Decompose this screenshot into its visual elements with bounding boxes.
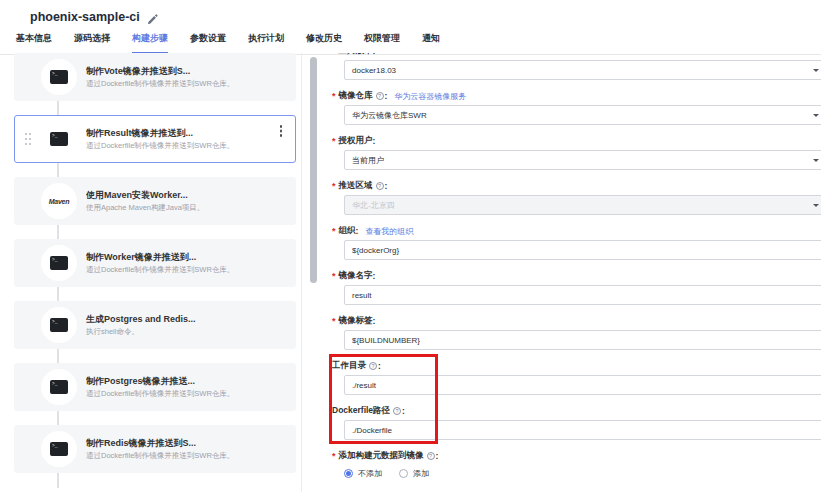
terminal-icon: >_ xyxy=(50,380,68,394)
chevron-down-icon xyxy=(813,159,819,162)
help-icon[interactable]: ? xyxy=(376,182,384,190)
field-label: Dockerfile路径 xyxy=(332,405,390,417)
radio-no-add[interactable] xyxy=(344,469,353,478)
terminal-icon: >_ xyxy=(50,256,68,270)
field-label: 镜像名字 xyxy=(339,270,373,282)
step-title: 制作Result镜像并推送到... xyxy=(86,128,234,139)
required-mark: * xyxy=(332,181,336,191)
field-label: 工具版本 xyxy=(339,53,373,57)
step-icon-circle: >_ xyxy=(41,59,77,95)
chevron-down-icon xyxy=(813,69,819,72)
field-push-region: * 推送区域 ? : 华北-北京四 xyxy=(332,181,821,215)
required-mark: * xyxy=(332,53,336,56)
edit-icon[interactable] xyxy=(147,11,158,22)
radio-no-add-label[interactable]: 不添加 xyxy=(358,468,382,479)
step-icon-circle: >_ xyxy=(41,245,77,281)
field-auth-user: * 授权用户 : 当前用户 xyxy=(332,136,821,170)
build-steps-panel: >_ 制作Vote镜像并推送到S... 通过Dockerfile制作镜像并推送到… xyxy=(0,53,302,492)
view-my-organization-link[interactable]: 查看我的组织 xyxy=(365,226,413,237)
tab-source-select[interactable]: 源码选择 xyxy=(74,32,110,54)
step-subtitle: 通过Dockerfile制作镜像并推送到SWR仓库。 xyxy=(86,79,234,88)
field-add-metadata: * 添加构建元数据到镜像 ? : 不添加 添加 xyxy=(332,451,821,479)
step-icon-circle: >_ xyxy=(41,369,77,405)
radio-add-label[interactable]: 添加 xyxy=(413,468,429,479)
kebab-menu-icon[interactable] xyxy=(280,125,283,128)
tab-parameter-settings[interactable]: 参数设置 xyxy=(190,32,226,54)
auth-user-select[interactable]: 当前用户 xyxy=(344,150,821,170)
required-mark: * xyxy=(332,226,336,236)
form-scrollbar[interactable] xyxy=(310,57,317,283)
field-image-name: * 镜像名字 : result xyxy=(332,271,821,305)
push-region-select: 华北-北京四 xyxy=(344,195,821,215)
step-subtitle: 通过Dockerfile制作镜像并推送到SWR仓库。 xyxy=(86,265,234,274)
step-card-redis-image[interactable]: >_ 制作Redis镜像并推送到S... 通过Dockerfile制作镜像并推送… xyxy=(14,425,296,473)
radio-add[interactable] xyxy=(399,469,408,478)
page-header: phoenix-sample-ci xyxy=(0,0,821,24)
tab-notifications[interactable]: 通知 xyxy=(422,32,440,54)
tab-build-steps[interactable]: 构建步骤 xyxy=(132,32,168,54)
field-image-repo: * 镜像仓库 ? : 华为云容器镜像服务 华为云镜像仓库SWR xyxy=(332,91,821,125)
field-image-tag: * 镜像标签 : ${BUILDNUMBER} xyxy=(332,316,821,350)
drag-handle-icon[interactable] xyxy=(25,133,27,135)
work-dir-input[interactable]: ./result xyxy=(344,375,821,395)
required-mark: * xyxy=(332,91,336,101)
required-mark: * xyxy=(332,136,336,146)
field-work-dir: 工作目录 ? : ./result xyxy=(332,361,821,395)
step-card-worker-image[interactable]: >_ 制作Worker镜像并推送到... 通过Dockerfile制作镜像并推送… xyxy=(14,239,296,287)
step-title: 使用Maven安装Worker... xyxy=(86,190,204,201)
step-icon-circle: >_ xyxy=(41,431,77,467)
main-area: >_ 制作Vote镜像并推送到S... 通过Dockerfile制作镜像并推送到… xyxy=(0,53,821,492)
step-title: 制作Vote镜像并推送到S... xyxy=(86,66,234,77)
step-subtitle: 使用Apache Maven构建Java项目。 xyxy=(86,203,204,212)
tab-bar: 基本信息 源码选择 构建步骤 参数设置 执行计划 修改历史 权限管理 通知 xyxy=(0,24,821,55)
field-label: 工作目录 xyxy=(332,360,366,372)
tool-version-select[interactable]: docker18.03 xyxy=(344,60,821,80)
help-icon[interactable]: ? xyxy=(369,362,377,370)
image-name-input[interactable]: result xyxy=(344,285,821,305)
step-title: 生成Postgres and Redis... xyxy=(86,314,196,325)
tab-permission-management[interactable]: 权限管理 xyxy=(364,32,400,54)
tab-basic-info[interactable]: 基本信息 xyxy=(16,32,52,54)
tab-execution-plan[interactable]: 执行计划 xyxy=(248,32,284,54)
step-icon-circle: >_ xyxy=(41,307,77,343)
step-title: 制作Worker镜像并推送到... xyxy=(86,252,234,263)
step-card-postgres-image[interactable]: >_ 制作Postgres镜像并推送... 通过Dockerfile制作镜像并推… xyxy=(14,363,296,411)
chevron-down-icon xyxy=(813,204,819,207)
help-icon[interactable]: ? xyxy=(376,92,384,100)
image-repo-select[interactable]: 华为云镜像仓库SWR xyxy=(344,105,821,125)
field-tool-version: * 工具版本 : docker18.03 xyxy=(332,53,821,80)
field-label: 添加构建元数据到镜像 xyxy=(339,450,424,462)
step-title: 制作Postgres镜像并推送... xyxy=(86,376,234,387)
step-subtitle: 通过Dockerfile制作镜像并推送到SWR仓库。 xyxy=(86,141,234,150)
dockerfile-path-input[interactable]: ./Dockerfile xyxy=(344,420,821,440)
terminal-icon: >_ xyxy=(50,70,68,84)
step-config-form: * 工具版本 : docker18.03 * 镜像仓库 ? : 华为云容器镜像服… xyxy=(332,53,821,492)
tab-change-history[interactable]: 修改历史 xyxy=(306,32,342,54)
help-icon[interactable]: ? xyxy=(427,452,435,460)
terminal-icon: >_ xyxy=(50,132,68,146)
required-mark: * xyxy=(332,451,336,461)
chevron-down-icon xyxy=(813,114,819,117)
terminal-icon: >_ xyxy=(50,318,68,332)
field-label: 推送区域 xyxy=(339,180,373,192)
step-card-vote-image[interactable]: >_ 制作Vote镜像并推送到S... 通过Dockerfile制作镜像并推送到… xyxy=(14,53,296,101)
step-card-generate-postgres-redis[interactable]: >_ 生成Postgres and Redis... 执行shell命令。 xyxy=(14,301,296,349)
field-label: 组织 xyxy=(339,225,356,237)
swr-service-link[interactable]: 华为云容器镜像服务 xyxy=(394,91,466,102)
field-dockerfile-path: Dockerfile路径 ? : ./Dockerfile xyxy=(332,406,821,440)
field-label: 镜像仓库 xyxy=(339,90,373,102)
step-icon-circle: Maven xyxy=(41,183,77,219)
required-mark: * xyxy=(332,316,336,326)
page-title: phoenix-sample-ci xyxy=(30,10,140,24)
image-tag-input[interactable]: ${BUILDNUMBER} xyxy=(344,330,821,350)
field-organization: * 组织 : 查看我的组织 ${dockerOrg} xyxy=(332,226,821,260)
step-card-result-image[interactable]: >_ 制作Result镜像并推送到... 通过Dockerfile制作镜像并推送… xyxy=(14,115,296,163)
organization-input[interactable]: ${dockerOrg} xyxy=(344,240,821,260)
step-subtitle: 通过Dockerfile制作镜像并推送到SWR仓库。 xyxy=(86,451,234,460)
help-icon[interactable]: ? xyxy=(393,407,401,415)
field-label: 授权用户 xyxy=(339,135,373,147)
step-title: 制作Redis镜像并推送到S... xyxy=(86,438,234,449)
step-card-maven-worker[interactable]: Maven 使用Maven安装Worker... 使用Apache Maven构… xyxy=(14,177,296,225)
terminal-icon: >_ xyxy=(50,442,68,456)
field-label: 镜像标签 xyxy=(339,315,373,327)
